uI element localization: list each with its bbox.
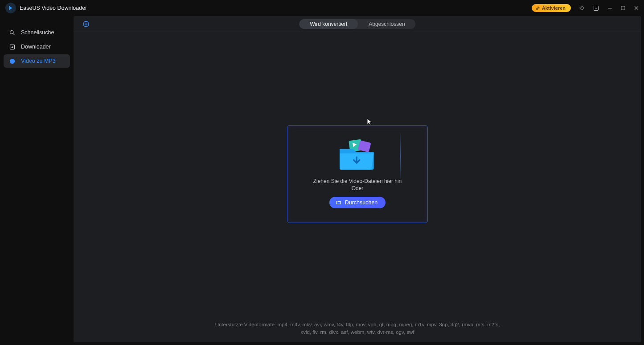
sidebar-item-label: Downloader [21,44,51,50]
formats-line: xvid, flv, rm, divx, asf, webm, wtv, dvr… [100,329,615,336]
tab-label: Wird konvertiert [310,21,347,27]
main-panel: Wird konvertiert Abgeschlossen [74,16,641,342]
tab-converting[interactable]: Wird konvertiert [299,19,358,29]
folder-illustration [335,137,380,172]
folder-icon [336,199,341,205]
supported-formats: Unterstützte Videoformate: mp4, m4v, mkv… [74,321,641,337]
close-button[interactable] [633,5,640,11]
sidebar-item-downloader[interactable]: Downloader [4,40,70,53]
sidebar-item-quicksearch[interactable]: Schnellsuche [4,26,70,39]
content-area: Ziehen Sie die Video-Dateien hier hin Od… [74,32,641,342]
maximize-button[interactable] [620,5,626,11]
drop-instruction: Ziehen Sie die Video-Dateien hier hin [313,178,402,184]
svg-rect-3 [621,6,625,10]
sidebar-item-label: Video zu MP3 [21,58,56,64]
activate-button[interactable]: Aktivieren [532,4,571,12]
browse-label: Durchsuchen [345,199,378,206]
play-circle-icon [9,58,16,65]
sidebar-item-label: Schnellsuche [21,29,54,36]
tab-completed[interactable]: Abgeschlossen [358,19,415,29]
titlebar: EaseUS Video Downloader Aktivieren [0,0,644,16]
topbar: Wird konvertiert Abgeschlossen [74,16,641,32]
dropdown-button[interactable] [592,4,599,12]
drop-zone[interactable]: Ziehen Sie die Video-Dateien hier hin Od… [287,125,428,223]
svg-point-6 [10,30,14,34]
tab-group: Wird konvertiert Abgeschlossen [299,19,415,29]
search-icon [9,29,16,36]
formats-line: Unterstützte Videoformate: mp4, m4v, mkv… [100,321,615,329]
tag-button[interactable] [578,4,585,12]
activate-label: Aktivieren [542,5,566,11]
plus-circle-icon [82,20,90,28]
minimize-button[interactable] [607,5,613,11]
sidebar: Schnellsuche Downloader Video zu MP3 [0,16,74,345]
add-button[interactable] [82,20,90,28]
svg-rect-1 [594,6,598,10]
drop-or: Oder [352,185,364,191]
app-logo [5,3,16,13]
browse-button[interactable]: Durchsuchen [329,197,386,208]
download-icon [9,44,16,50]
sidebar-item-video-to-mp3[interactable]: Video zu MP3 [4,54,70,68]
app-title: EaseUS Video Downloader [20,5,87,11]
svg-point-0 [581,7,582,7]
key-icon [535,6,540,11]
svg-line-7 [13,33,14,35]
tab-label: Abgeschlossen [369,21,405,27]
